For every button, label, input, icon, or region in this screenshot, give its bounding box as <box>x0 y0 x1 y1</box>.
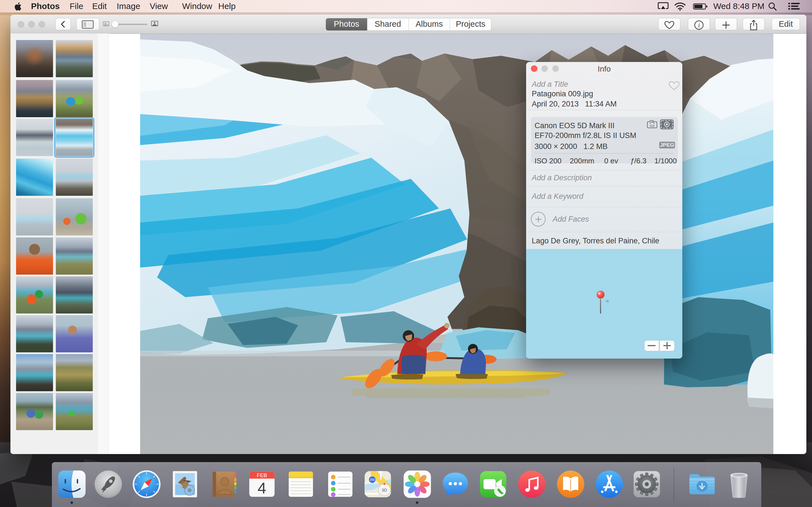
svg-text:i: i <box>698 22 700 29</box>
svg-text:WB: WB <box>650 124 655 128</box>
svg-text:280: 280 <box>370 478 375 482</box>
svg-text:3D: 3D <box>382 488 387 492</box>
svg-text:FEB: FEB <box>257 472 267 478</box>
svg-text:4: 4 <box>258 480 266 497</box>
